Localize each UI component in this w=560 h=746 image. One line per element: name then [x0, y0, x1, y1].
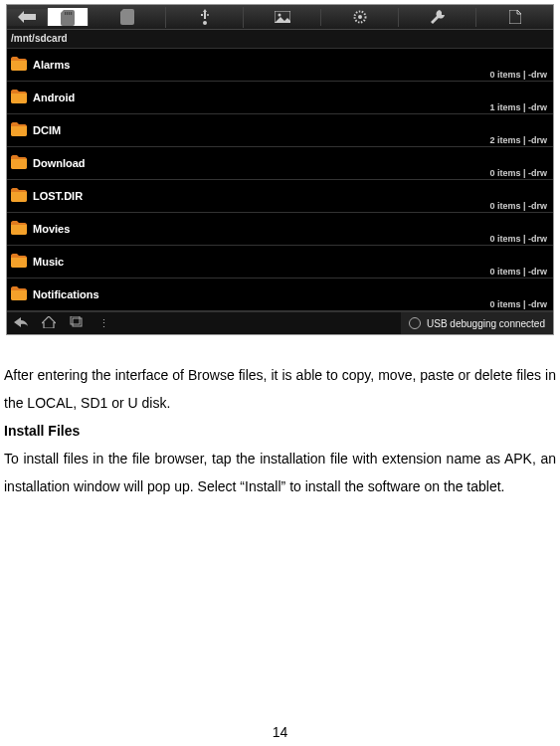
- svg-point-5: [278, 13, 280, 16]
- folder-icon: [11, 57, 27, 73]
- folder-icon: [11, 155, 27, 171]
- sysnav-back-icon[interactable]: [7, 317, 35, 329]
- usb-status[interactable]: USB debugging connected: [401, 312, 553, 334]
- folder-row[interactable]: Android1 items | -drw: [7, 82, 553, 114]
- folder-row[interactable]: Download0 items | -drw: [7, 147, 553, 180]
- folder-icon: [11, 286, 27, 302]
- folder-row[interactable]: Music0 items | -drw: [7, 246, 553, 279]
- image-icon[interactable]: [244, 9, 321, 26]
- path-breadcrumb: /mnt/sdcard: [7, 30, 553, 49]
- settings-gear-icon[interactable]: [321, 8, 399, 27]
- wrench-icon[interactable]: [399, 8, 476, 27]
- folder-row[interactable]: Notifications0 items | -drw: [7, 279, 553, 311]
- folder-meta: 0 items | -drw: [489, 234, 547, 244]
- paragraph-2: To install files in the file browser, ta…: [4, 445, 556, 500]
- folder-name: LOST.DIR: [33, 190, 83, 202]
- sysnav-menu-icon[interactable]: ⋮: [91, 317, 118, 330]
- folder-icon: [11, 122, 27, 138]
- folder-meta: 1 items | -drw: [489, 102, 547, 112]
- svg-rect-0: [65, 12, 66, 15]
- folder-meta: 0 items | -drw: [489, 168, 547, 178]
- folder-name: Alarms: [33, 59, 70, 71]
- folder-name: Download: [33, 157, 86, 169]
- folder-icon: [11, 188, 27, 204]
- usb-icon[interactable]: [166, 7, 244, 28]
- folder-meta: 0 items | -drw: [489, 70, 547, 80]
- folder-name: Movies: [33, 223, 70, 235]
- svg-rect-8: [73, 318, 82, 326]
- svg-rect-2: [69, 12, 70, 15]
- folder-row[interactable]: Alarms0 items | -drw: [7, 49, 553, 82]
- folder-meta: 0 items | -drw: [489, 201, 547, 211]
- folder-icon: [11, 254, 27, 270]
- folder-name: Notifications: [33, 288, 99, 300]
- usb-status-label: USB debugging connected: [427, 318, 545, 329]
- heading-install-files: Install Files: [4, 417, 556, 445]
- folder-name: Music: [33, 256, 64, 268]
- folder-icon: [11, 90, 27, 105]
- folder-name: Android: [33, 92, 75, 103]
- document-icon[interactable]: [476, 8, 553, 27]
- document-text: After entering the interface of Browse f…: [0, 335, 560, 500]
- paragraph-1: After entering the interface of Browse f…: [4, 361, 556, 417]
- sysnav-recent-icon[interactable]: [63, 316, 91, 330]
- sysnav-home-icon[interactable]: [35, 316, 63, 330]
- system-navbar: ⋮ USB debugging connected: [7, 311, 553, 334]
- folder-row[interactable]: DCIM2 items | -drw: [7, 114, 553, 147]
- folder-meta: 2 items | -drw: [489, 135, 547, 145]
- page-number: 14: [0, 724, 560, 740]
- back-button[interactable]: [7, 9, 48, 26]
- file-list: Alarms0 items | -drwAndroid1 items | -dr…: [7, 49, 553, 311]
- android-screenshot: /mnt/sdcard Alarms0 items | -drwAndroid1…: [6, 4, 554, 335]
- folder-name: DCIM: [33, 124, 61, 136]
- folder-meta: 0 items | -drw: [489, 267, 547, 277]
- sd-card-icon[interactable]: [48, 8, 89, 26]
- svg-point-10: [410, 318, 421, 329]
- svg-rect-9: [71, 316, 80, 324]
- folder-row[interactable]: LOST.DIR0 items | -drw: [7, 180, 553, 213]
- toolbar: [7, 5, 553, 30]
- svg-rect-1: [67, 12, 68, 15]
- sd-card-icon-2[interactable]: [89, 7, 166, 28]
- svg-rect-3: [71, 12, 72, 15]
- folder-icon: [11, 221, 27, 237]
- folder-row[interactable]: Movies0 items | -drw: [7, 213, 553, 246]
- svg-point-7: [358, 15, 362, 19]
- folder-meta: 0 items | -drw: [489, 299, 547, 309]
